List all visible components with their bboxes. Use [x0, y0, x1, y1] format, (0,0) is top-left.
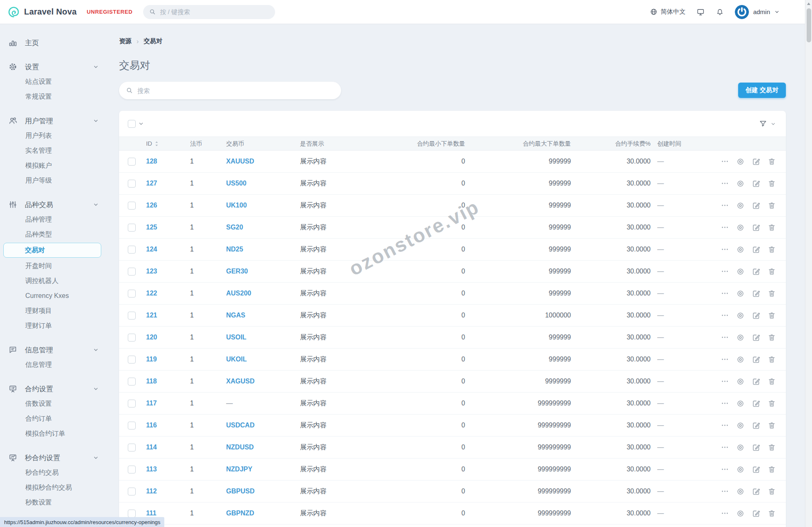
sidebar-subitem-秒数设置[interactable]: 秒数设置 [0, 495, 105, 510]
sidebar-subitem-品种类型[interactable]: 品种类型 [0, 227, 105, 242]
sidebar-item-设置[interactable]: 设置 [0, 59, 105, 74]
row-id-link[interactable]: 117 [146, 400, 157, 407]
edit-icon[interactable] [752, 377, 761, 386]
edit-icon[interactable] [752, 223, 761, 232]
row-coin-link[interactable]: GBPUSD [226, 488, 254, 495]
delete-icon[interactable] [768, 333, 776, 342]
view-icon[interactable] [736, 465, 745, 474]
page-scrollbar[interactable] [805, 0, 812, 527]
edit-icon[interactable] [752, 201, 761, 210]
sidebar-item-用户管理[interactable]: 用户管理 [0, 113, 105, 128]
language-selector[interactable]: 简体中文 [650, 8, 685, 16]
sidebar-subitem-实名管理[interactable]: 实名管理 [0, 143, 105, 158]
more-actions-icon[interactable] [721, 465, 729, 473]
row-id-link[interactable]: 128 [146, 158, 157, 165]
delete-icon[interactable] [768, 487, 776, 495]
more-actions-icon[interactable] [721, 377, 729, 385]
sidebar-subitem-开盘时间[interactable]: 开盘时间 [0, 259, 105, 273]
row-checkbox[interactable] [128, 510, 136, 517]
edit-icon[interactable] [752, 443, 761, 452]
view-icon[interactable] [736, 333, 745, 342]
view-icon[interactable] [736, 157, 745, 166]
global-search[interactable] [143, 5, 275, 19]
row-id-link[interactable]: 118 [146, 378, 157, 385]
edit-icon[interactable] [752, 157, 761, 166]
resource-search[interactable] [119, 82, 341, 99]
user-menu[interactable]: admin [735, 5, 780, 19]
row-coin-link[interactable]: ND25 [226, 246, 243, 253]
sidebar-subitem-倍数设置[interactable]: 倍数设置 [0, 396, 105, 411]
delete-icon[interactable] [768, 179, 776, 188]
edit-icon[interactable] [752, 333, 761, 342]
sidebar-subitem-用户等级[interactable]: 用户等级 [0, 173, 105, 188]
create-resource-button[interactable]: 创建 交易对 [738, 83, 786, 98]
edit-icon[interactable] [752, 421, 761, 430]
view-icon[interactable] [736, 399, 745, 408]
scrollbar-thumb[interactable] [807, 8, 811, 42]
view-icon[interactable] [736, 509, 745, 518]
sidebar-subitem-理财订单[interactable]: 理财订单 [0, 318, 105, 333]
row-checkbox[interactable] [128, 202, 136, 210]
row-coin-link[interactable]: GER30 [226, 268, 248, 275]
row-id-link[interactable]: 125 [146, 224, 157, 231]
row-coin-link[interactable]: NZDUSD [226, 444, 254, 451]
delete-icon[interactable] [768, 245, 776, 254]
row-coin-link[interactable]: USDCAD [226, 422, 254, 429]
sidebar-subitem-信息管理[interactable]: 信息管理 [0, 357, 105, 372]
sidebar-subitem-用户列表[interactable]: 用户列表 [0, 128, 105, 143]
delete-icon[interactable] [768, 443, 776, 451]
edit-icon[interactable] [752, 487, 761, 496]
row-id-link[interactable]: 122 [146, 290, 157, 297]
more-actions-icon[interactable] [721, 267, 729, 276]
resource-search-input[interactable] [137, 87, 320, 94]
row-checkbox[interactable] [128, 444, 136, 451]
view-icon[interactable] [736, 223, 745, 232]
delete-icon[interactable] [768, 399, 776, 407]
sidebar-subitem-秒合约交易[interactable]: 秒合约交易 [0, 465, 105, 480]
row-checkbox[interactable] [128, 466, 136, 473]
row-coin-link[interactable]: USOIL [226, 334, 246, 341]
view-icon[interactable] [736, 377, 745, 386]
row-coin-link[interactable]: XAUUSD [226, 158, 254, 165]
more-actions-icon[interactable] [721, 399, 729, 407]
more-actions-icon[interactable] [721, 311, 729, 320]
more-actions-icon[interactable] [721, 509, 729, 517]
row-checkbox[interactable] [128, 268, 136, 276]
more-actions-icon[interactable] [721, 421, 729, 429]
select-all-checkbox[interactable] [128, 120, 136, 128]
delete-icon[interactable] [768, 355, 776, 364]
filter-chevron-icon[interactable] [771, 121, 776, 127]
more-actions-icon[interactable] [721, 289, 729, 298]
edit-icon[interactable] [752, 465, 761, 474]
edit-icon[interactable] [752, 267, 761, 276]
row-id-link[interactable]: 112 [146, 488, 157, 495]
view-icon[interactable] [736, 245, 745, 254]
row-id-link[interactable]: 126 [146, 202, 157, 209]
delete-icon[interactable] [768, 267, 776, 276]
monitor-icon[interactable] [696, 7, 705, 16]
row-id-link[interactable]: 121 [146, 312, 157, 319]
sidebar-subitem-Currency Kxes[interactable]: Currency Kxes [0, 288, 105, 303]
row-coin-link[interactable]: AUS200 [226, 290, 251, 297]
sidebar-item-合约设置[interactable]: 合约设置 [0, 381, 105, 396]
row-coin-link[interactable]: — [226, 400, 233, 407]
sidebar-subitem-合约订单[interactable]: 合约订单 [0, 411, 105, 426]
row-checkbox[interactable] [128, 180, 136, 188]
row-id-link[interactable]: 120 [146, 334, 157, 341]
global-search-input[interactable] [160, 8, 259, 15]
more-actions-icon[interactable] [721, 443, 729, 451]
row-checkbox[interactable] [128, 400, 136, 407]
row-checkbox[interactable] [128, 378, 136, 385]
row-checkbox[interactable] [128, 488, 136, 495]
row-id-link[interactable]: 119 [146, 356, 157, 363]
scroll-up-arrow[interactable] [807, 2, 810, 5]
more-actions-icon[interactable] [721, 487, 729, 495]
view-icon[interactable] [736, 355, 745, 364]
view-icon[interactable] [736, 201, 745, 210]
view-icon[interactable] [736, 289, 745, 298]
sidebar-subitem-模拟合约订单[interactable]: 模拟合约订单 [0, 426, 105, 441]
edit-icon[interactable] [752, 509, 761, 518]
more-actions-icon[interactable] [721, 333, 729, 342]
row-id-link[interactable]: 123 [146, 268, 157, 275]
more-actions-icon[interactable] [721, 157, 729, 166]
